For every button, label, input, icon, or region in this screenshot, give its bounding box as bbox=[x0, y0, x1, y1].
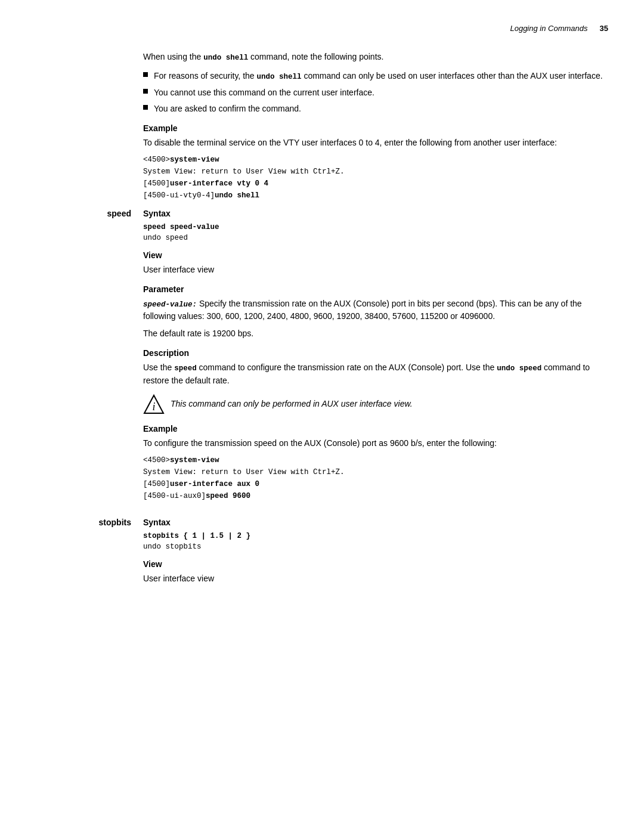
stopbits-content: Syntax stopbits { 1 | 1.5 | 2 } undo sto… bbox=[143, 518, 608, 590]
speed-parameter-heading: Parameter bbox=[143, 284, 608, 294]
bullet-item-3: You are asked to confirm the command. bbox=[143, 103, 608, 115]
speed-desc-before: Use the bbox=[143, 363, 174, 372]
speed-param-desc: Specify the transmission rate on the AUX… bbox=[143, 299, 582, 321]
speed-example-heading: Example bbox=[143, 424, 608, 433]
stopbits-view-text: User interface view bbox=[143, 572, 608, 585]
stopbits-view-heading: View bbox=[143, 559, 608, 569]
bullet-text-3: You are asked to confirm the command. bbox=[154, 103, 301, 115]
speed-syntax-line1: speed speed-value bbox=[143, 223, 608, 231]
speed-description-heading: Description bbox=[143, 348, 608, 358]
stopbits-label: stopbits bbox=[36, 518, 143, 590]
speed-syntax-line2: undo speed bbox=[143, 234, 608, 242]
example-heading-1: Example bbox=[143, 123, 608, 133]
page-header: Logging in Commands 35 bbox=[36, 24, 608, 33]
code-line-1: <4500>system-view System View: return to… bbox=[143, 156, 345, 200]
speed-section: speed Syntax speed speed-value undo spee… bbox=[36, 209, 608, 509]
code-block-1: <4500>system-view System View: return to… bbox=[143, 154, 608, 202]
bullet-text-1: For reasons of security, the undo shell … bbox=[154, 70, 603, 83]
example-para-1: To disable the terminal service on the V… bbox=[143, 137, 608, 149]
page-number: 35 bbox=[600, 24, 608, 33]
speed-desc-code1: speed bbox=[174, 364, 197, 373]
speed-desc-mid: command to configure the transmission ra… bbox=[197, 363, 497, 372]
intro-para: When using the undo shell command, note … bbox=[143, 51, 608, 64]
speed-parameter-text: speed-value: Specify the transmission ra… bbox=[143, 298, 608, 323]
page-container: Logging in Commands 35 When using the un… bbox=[0, 0, 644, 618]
stopbits-syntax-heading: Syntax bbox=[143, 518, 608, 527]
speed-description-text: Use the speed command to configure the t… bbox=[143, 361, 608, 387]
bullet-item-2: You cannot use this command on the curre… bbox=[143, 86, 608, 99]
speed-default-rate: The default rate is 19200 bps. bbox=[143, 327, 608, 340]
bullet-icon-2 bbox=[143, 89, 148, 94]
info-triangle-icon: i bbox=[143, 394, 165, 416]
intro-code: undo shell bbox=[203, 54, 248, 62]
speed-desc-code2: undo speed bbox=[497, 364, 541, 373]
stopbits-section: stopbits Syntax stopbits { 1 | 1.5 | 2 }… bbox=[36, 518, 608, 590]
stopbits-syntax-line2: undo stopbits bbox=[143, 543, 608, 551]
note-text: This command can only be performed in AU… bbox=[171, 394, 413, 410]
note-icon: i bbox=[143, 394, 165, 416]
speed-param-code: speed-value: bbox=[143, 301, 197, 309]
bullet-icon-3 bbox=[143, 105, 148, 110]
svg-text:i: i bbox=[152, 401, 155, 413]
intro-text-after: command, note the following points. bbox=[248, 52, 383, 61]
bullet-icon-1 bbox=[143, 72, 148, 77]
note-box: i This command can only be performed in … bbox=[143, 394, 608, 416]
bullet-text-2: You cannot use this command on the curre… bbox=[154, 86, 374, 99]
intro-section: When using the undo shell command, note … bbox=[143, 51, 608, 202]
code-block-2: <4500>system-view System View: return to… bbox=[143, 454, 608, 502]
speed-syntax-heading: Syntax bbox=[143, 209, 608, 218]
intro-text-before: When using the bbox=[143, 52, 203, 61]
speed-view-heading: View bbox=[143, 250, 608, 260]
stopbits-syntax-line1: stopbits { 1 | 1.5 | 2 } bbox=[143, 532, 608, 540]
header-title: Logging in Commands bbox=[510, 24, 587, 33]
bullet-list: For reasons of security, the undo shell … bbox=[143, 70, 608, 115]
speed-view-text: User interface view bbox=[143, 264, 608, 276]
bullet-item-1: For reasons of security, the undo shell … bbox=[143, 70, 608, 83]
speed-example-para: To configure the transmission speed on t… bbox=[143, 437, 608, 450]
speed-label: speed bbox=[36, 209, 143, 509]
speed-content: Syntax speed speed-value undo speed View… bbox=[143, 209, 608, 509]
speed-code-lines: <4500>system-view System View: return to… bbox=[143, 456, 345, 500]
